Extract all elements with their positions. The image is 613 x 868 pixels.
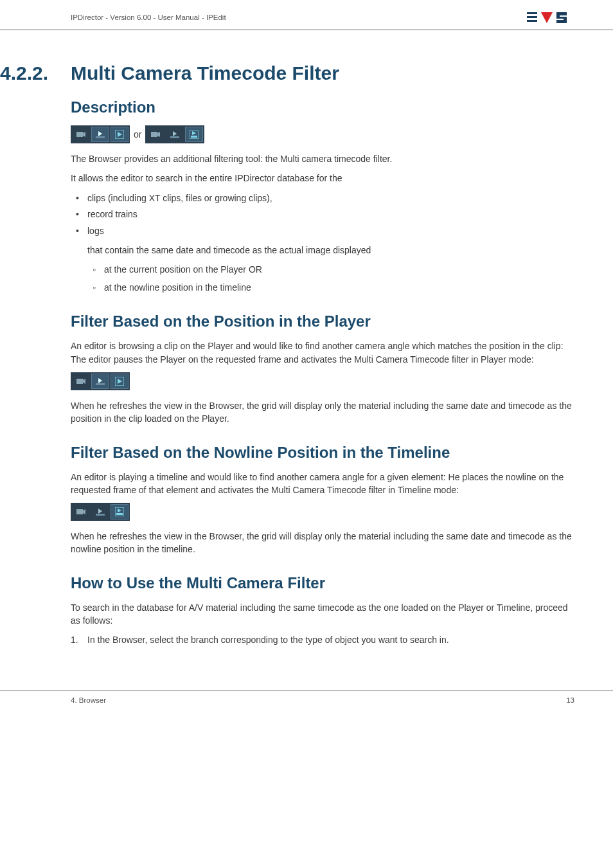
toolbar-timeline-mode [145, 125, 204, 143]
svg-marker-19 [118, 379, 122, 384]
player-mode-toolbar [71, 372, 574, 390]
desc-p2: It allows the editor to search in the en… [71, 172, 574, 185]
play-icon[interactable] [111, 374, 129, 389]
or-label: or [134, 129, 141, 140]
desc-list: clips (including XT clips, files or grow… [71, 192, 574, 295]
svg-marker-10 [157, 132, 160, 137]
page-title: Multi Camera Timecode Filter [71, 62, 339, 84]
svg-rect-20 [76, 509, 83, 514]
camera-icon[interactable] [147, 127, 164, 142]
svg-rect-22 [96, 514, 105, 516]
svg-marker-16 [83, 379, 85, 384]
list-item: record trains [71, 208, 574, 222]
svg-rect-4 [76, 132, 83, 137]
heading-filter-nowline: Filter Based on the Nowline Position in … [71, 444, 574, 462]
camera-icon[interactable] [72, 504, 90, 520]
step-item: In the Browser, select the branch corres… [71, 633, 574, 646]
toolbar-timeline-active [71, 503, 130, 521]
timeline-arrow-icon[interactable] [91, 504, 109, 520]
list-item: logs that contain the same date and time… [71, 224, 574, 294]
player-p2: When he refreshes the view in the Browse… [71, 399, 574, 426]
toolbar-player-mode [71, 125, 130, 143]
list-item: at the nowline position in the timeline [87, 281, 574, 295]
svg-rect-2 [527, 20, 537, 22]
svg-rect-6 [96, 136, 105, 138]
svg-rect-13 [191, 136, 197, 138]
svg-marker-5 [83, 132, 85, 137]
howto-steps: In the Browser, select the branch corres… [71, 633, 574, 646]
svg-marker-14 [192, 131, 196, 135]
timeline-mode-toolbar [71, 503, 574, 521]
breadcrumb: IPDirector - Version 6.00 - User Manual … [71, 14, 226, 21]
section-heading: 4.2.2. Multi Camera Timecode Filter [71, 62, 574, 84]
howto-p1: To search in the database for A/V materi… [71, 601, 574, 628]
play-timeline-icon[interactable] [185, 127, 203, 142]
heading-how-to: How to Use the Multi Camera Filter [71, 574, 574, 592]
list-item: at the current position on the Player OR [87, 263, 574, 277]
svg-rect-24 [116, 513, 123, 515]
page-number: 13 [566, 696, 574, 704]
svg-rect-1 [527, 16, 537, 18]
play-icon[interactable] [111, 127, 129, 142]
desc-p1: The Browser provides an additional filte… [71, 152, 574, 165]
player-p1: An editor is browsing a clip on the Play… [71, 339, 574, 366]
list-item: clips (including XT clips, files or grow… [71, 192, 574, 206]
svg-rect-9 [151, 132, 157, 137]
svg-rect-17 [96, 383, 105, 385]
svg-rect-11 [170, 136, 179, 138]
svg-rect-0 [527, 12, 537, 14]
page-footer: 4. Browser 13 [0, 691, 613, 719]
filter-mode-toggles: or [71, 125, 574, 143]
nowline-p1: An editor is playing a timeline and woul… [71, 471, 574, 497]
svg-marker-25 [118, 509, 121, 512]
svg-marker-8 [118, 132, 122, 137]
sub-paragraph: that contain the same date and timecode … [87, 244, 574, 257]
timeline-arrow-icon[interactable] [166, 127, 184, 142]
heading-filter-player: Filter Based on the Position in the Play… [71, 312, 574, 330]
svg-marker-21 [83, 509, 85, 514]
camera-icon[interactable] [72, 127, 90, 142]
svg-marker-3 [541, 12, 553, 23]
page-header: IPDirector - Version 6.00 - User Manual … [0, 0, 613, 30]
heading-description: Description [71, 98, 574, 116]
timeline-arrow-icon[interactable] [91, 127, 109, 142]
section-number: 4.2.2. [0, 62, 48, 84]
sub-list: at the current position on the Player OR… [87, 263, 574, 294]
evs-logo [527, 10, 574, 24]
timeline-arrow-icon[interactable] [91, 374, 109, 389]
nowline-p2: When he refreshes the view in the Browse… [71, 530, 574, 556]
toolbar-player-active [71, 372, 130, 390]
footer-section: 4. Browser [71, 696, 106, 704]
svg-rect-15 [76, 379, 83, 384]
play-timeline-icon[interactable] [111, 504, 129, 520]
camera-icon[interactable] [72, 374, 90, 389]
